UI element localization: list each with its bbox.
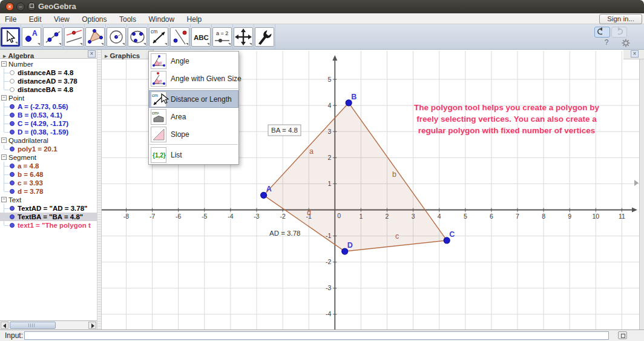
visibility-bullet-icon[interactable]: [10, 79, 15, 84]
algebra-item[interactable]: distanceAB = 4.8: [0, 68, 97, 77]
tool-circle-button[interactable]: [107, 27, 126, 47]
visibility-bullet-icon[interactable]: [10, 206, 15, 211]
tool-reflect-button[interactable]: [170, 27, 189, 47]
visibility-bullet-icon[interactable]: [10, 147, 15, 151]
tree-expander-icon[interactable]: −: [1, 137, 7, 143]
menu-window[interactable]: Window: [143, 15, 179, 25]
window-maximize-icon[interactable]: [27, 2, 36, 11]
svg-text:4: 4: [438, 213, 441, 220]
menu-edit[interactable]: Edit: [24, 15, 47, 25]
window-close-icon[interactable]: ×: [5, 2, 14, 11]
algebra-item[interactable]: a = 4.8: [0, 162, 97, 170]
algebra-category[interactable]: −Segment: [0, 153, 97, 162]
svg-text:4: 4: [327, 102, 331, 109]
svg-text:11: 11: [619, 213, 625, 220]
algebra-item[interactable]: A = (-2.73, 0.56): [0, 102, 97, 111]
algebra-category[interactable]: −Text: [0, 196, 97, 204]
settings-gear-icon[interactable]: [622, 39, 630, 47]
tool-conic-button[interactable]: [128, 27, 147, 47]
visibility-bullet-icon[interactable]: [10, 104, 15, 109]
menu-file[interactable]: File: [0, 15, 21, 25]
tool-line-button[interactable]: [43, 27, 62, 47]
panel-splitter[interactable]: [97, 50, 102, 329]
tool-polygon-button[interactable]: [85, 27, 105, 47]
algebra-item[interactable]: distanceAD = 3.78: [0, 77, 97, 85]
algebra-item-text: TextAD = "AD = 3.78": [18, 205, 88, 212]
help-button[interactable]: ?: [602, 38, 611, 48]
algebra-item[interactable]: d = 3.78: [0, 187, 97, 196]
visibility-bullet-icon[interactable]: [10, 172, 15, 177]
algebra-category[interactable]: −Quadrilateral: [0, 136, 97, 145]
scroll-left-icon[interactable]: [1, 322, 8, 329]
angle-given-size-icon: α: [151, 71, 166, 87]
tool-slider-button[interactable]: a = 2: [212, 27, 232, 47]
algebra-item[interactable]: B = (0.53, 4.1): [0, 111, 97, 119]
algebra-header: ▶Algebra ×: [0, 50, 97, 59]
menu-item-list[interactable]: {1,2} List: [149, 146, 238, 164]
tree-expander-icon[interactable]: −: [1, 95, 7, 101]
sign-in-button[interactable]: Sign in...: [599, 14, 642, 24]
panel-collapse-icon[interactable]: ▶: [105, 54, 108, 58]
tool-text-button[interactable]: ABC: [191, 27, 211, 47]
algebra-category[interactable]: −Number: [0, 60, 97, 68]
algebra-item[interactable]: TextBA = "BA = 4.8": [0, 213, 97, 221]
visibility-bullet-icon[interactable]: [10, 164, 15, 168]
tool-move-view-button[interactable]: [234, 27, 253, 47]
menu-help[interactable]: Help: [182, 15, 207, 25]
menu-tools[interactable]: Tools: [114, 15, 141, 25]
algebra-tree: −NumberdistanceAB = 4.8distanceAD = 3.78…: [0, 59, 97, 320]
tool-move-button[interactable]: [1, 27, 20, 47]
algebra-item[interactable]: b = 6.48: [0, 170, 97, 179]
svg-text:d: d: [307, 208, 311, 217]
svg-text:-4: -4: [326, 310, 331, 317]
visibility-bullet-icon[interactable]: [10, 130, 15, 134]
menu-options[interactable]: Options: [77, 15, 111, 25]
tool-customize-button[interactable]: [255, 27, 274, 47]
menu-item-slope[interactable]: Slope: [149, 125, 238, 143]
menu-item-angle[interactable]: α Angle: [149, 52, 238, 70]
visibility-bullet-icon[interactable]: [10, 121, 15, 126]
algebra-item[interactable]: TextAD = "AD = 3.78": [0, 204, 97, 213]
input-help-icon[interactable]: [618, 331, 627, 339]
menu-item-angle-given-size[interactable]: α Angle with Given Size: [149, 70, 238, 87]
algebra-category[interactable]: −Point: [0, 94, 97, 102]
input-field[interactable]: [24, 331, 609, 340]
splitter-arrow-icon[interactable]: [634, 180, 639, 186]
tree-expander-icon[interactable]: −: [1, 61, 7, 67]
algebra-item[interactable]: D = (0.38, -1.59): [0, 128, 97, 136]
algebra-item[interactable]: distanceBA = 4.8: [0, 85, 97, 94]
algebra-item[interactable]: poly1 = 20.1: [0, 145, 97, 153]
svg-text:-2: -2: [280, 213, 285, 220]
algebra-hscrollbar[interactable]: [0, 320, 97, 329]
algebra-item-text: TextBA = "BA = 4.8": [18, 213, 83, 220]
tree-expander-icon[interactable]: −: [1, 197, 7, 202]
window-minimize-icon[interactable]: –: [16, 2, 25, 11]
undo-button[interactable]: [594, 27, 610, 38]
algebra-item[interactable]: text1 = "The polygon t: [0, 221, 97, 230]
visibility-bullet-icon[interactable]: [10, 223, 15, 228]
algebra-item-text: B = (0.53, 4.1): [18, 111, 62, 119]
svg-text:-5: -5: [202, 213, 207, 220]
visibility-bullet-icon[interactable]: [10, 214, 15, 219]
tool-point-button[interactable]: A: [22, 27, 41, 47]
visibility-bullet-icon[interactable]: [10, 180, 15, 185]
panel-collapse-icon[interactable]: ▶: [3, 54, 6, 58]
algebra-close-icon[interactable]: ×: [88, 50, 96, 58]
tool-measure-button[interactable]: cm: [149, 27, 168, 47]
algebra-item[interactable]: c = 3.93: [0, 179, 97, 187]
visibility-bullet-icon[interactable]: [10, 87, 15, 92]
scroll-right-icon[interactable]: [88, 322, 96, 329]
menu-view[interactable]: View: [49, 15, 74, 25]
toolbar: A: [0, 24, 644, 50]
scrollbar-thumb[interactable]: [10, 322, 56, 329]
tool-parallel-line-button[interactable]: [64, 27, 84, 47]
tree-expander-icon[interactable]: −: [1, 154, 7, 160]
menu-item-area[interactable]: cm² Area: [149, 108, 238, 125]
algebra-item-text: C = (4.29, -1.17): [18, 120, 68, 127]
algebra-item[interactable]: C = (4.29, -1.17): [0, 119, 97, 128]
visibility-bullet-icon[interactable]: [10, 70, 15, 75]
visibility-bullet-icon[interactable]: [10, 189, 15, 194]
graphics-close-icon[interactable]: ×: [631, 50, 639, 58]
redo-button[interactable]: [611, 27, 627, 38]
visibility-bullet-icon[interactable]: [10, 113, 15, 118]
